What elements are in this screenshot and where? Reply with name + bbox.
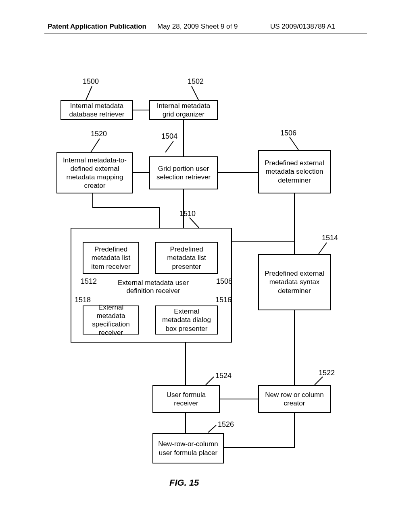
label-1526: 1526 [218,420,234,429]
svg-line-24 [206,377,214,385]
header-center: May 28, 2009 Sheet 9 of 9 [157,23,238,31]
label-1500: 1500 [83,77,99,86]
label-1506: 1506 [280,129,296,137]
box-1518: External metadata specification receiver [83,305,139,335]
box-1500: Internal metadata database retriever [60,100,133,120]
svg-line-15 [91,139,100,152]
header-left: Patent Application Publication [48,23,146,31]
label-1502: 1502 [188,77,204,86]
box-1520: Internal metadata-to-defined external me… [56,152,133,193]
svg-line-16 [165,141,173,152]
box-1514: Predefined external metadata syntax dete… [258,254,331,310]
svg-line-17 [290,137,298,150]
container-caption: External metadata user definition receiv… [109,279,198,295]
label-1508: 1508 [216,277,232,286]
label-1518: 1518 [75,296,91,304]
header-right: US 2009/0138789 A1 [270,23,336,31]
label-1520: 1520 [91,130,107,138]
svg-line-14 [192,86,198,100]
label-1522: 1522 [319,369,335,377]
box-1508: Predefined metadata list presenter [155,242,218,274]
box-1512: Predefined metadata list item receiver [83,242,139,274]
box-1524: User formula receiver [152,385,220,413]
figure-caption: FIG. 15 [169,478,199,488]
box-1522: New row or column creator [258,385,331,413]
box-1504: Grid portion user selection retriever [149,156,218,189]
label-1510: 1510 [179,210,196,218]
header-rule [44,33,367,33]
svg-line-18 [190,218,199,228]
svg-line-13 [86,86,92,100]
box-1526: New-row-or-column user formula placer [152,433,224,463]
svg-line-23 [319,243,327,254]
label-1512: 1512 [81,277,97,286]
svg-line-26 [208,425,216,432]
box-1502: Internal metadata grid organizer [149,100,218,120]
label-1516: 1516 [215,296,232,304]
label-1524: 1524 [215,372,232,380]
label-1514: 1514 [322,234,338,242]
svg-line-25 [315,377,323,385]
box-1506: Predefined external metadata selection d… [258,150,331,193]
box-1516: External metadata dialog box presenter [155,305,218,335]
label-1504: 1504 [161,132,177,141]
